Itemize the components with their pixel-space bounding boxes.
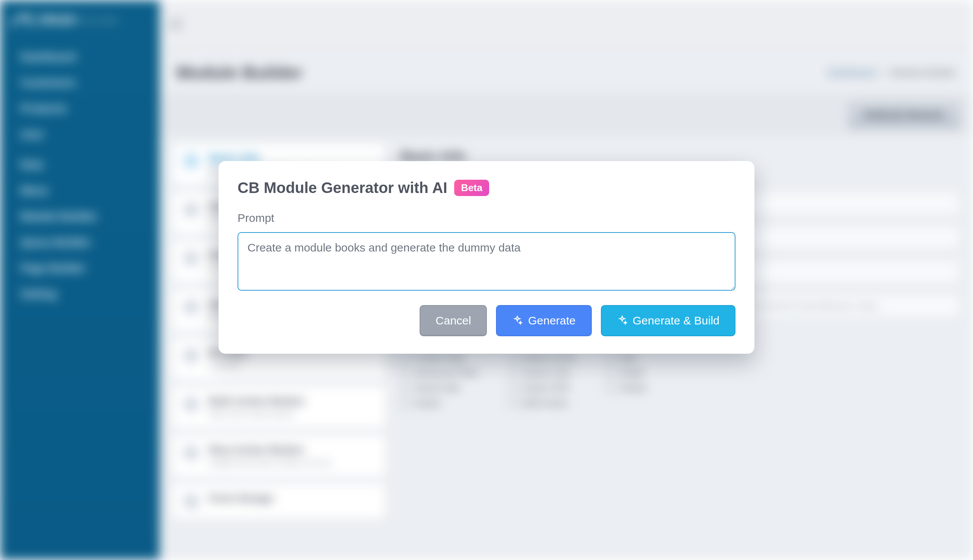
sparkle-icon — [617, 315, 628, 326]
generate-build-label: Generate & Build — [633, 314, 719, 327]
modal-actions: Cancel Generate Generate & Build — [237, 305, 736, 336]
modal-title: CB Module Generator with AI — [237, 179, 447, 197]
generate-label: Generate — [528, 314, 576, 327]
modal-overlay: CB Module Generator with AI Beta Prompt … — [0, 0, 973, 560]
sparkle-icon — [512, 315, 522, 326]
generate-build-button[interactable]: Generate & Build — [601, 305, 736, 336]
cancel-button[interactable]: Cancel — [420, 305, 487, 336]
ai-generator-modal: CB Module Generator with AI Beta Prompt … — [219, 161, 754, 354]
prompt-label: Prompt — [237, 212, 736, 225]
beta-badge: Beta — [454, 180, 489, 196]
modal-header: CB Module Generator with AI Beta — [237, 179, 736, 197]
cancel-label: Cancel — [436, 314, 471, 327]
prompt-input[interactable] — [237, 232, 736, 291]
generate-button[interactable]: Generate — [496, 305, 591, 336]
